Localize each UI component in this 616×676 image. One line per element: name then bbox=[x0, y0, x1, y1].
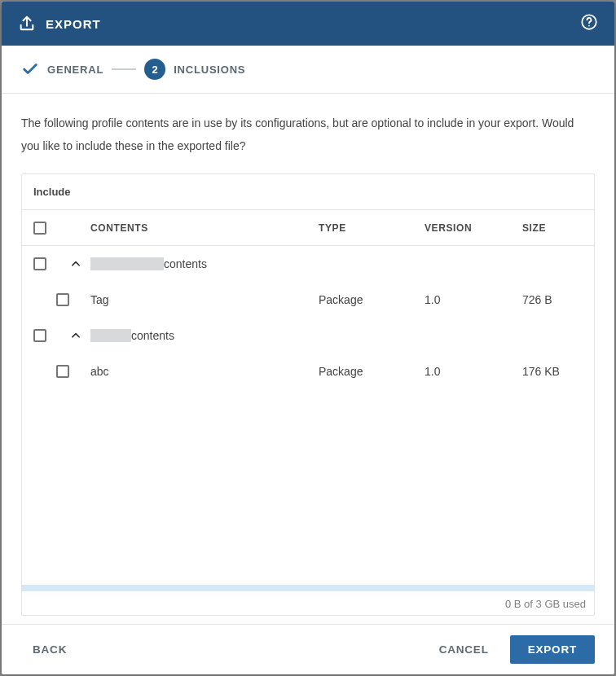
cell-size: 176 KB bbox=[522, 365, 594, 378]
row-checkbox[interactable] bbox=[56, 293, 69, 306]
help-icon[interactable] bbox=[580, 13, 598, 34]
wizard-stepper: GENERAL 2 INCLUSIONS bbox=[2, 46, 614, 94]
redacted-text bbox=[90, 257, 164, 270]
export-icon bbox=[18, 15, 36, 33]
step-connector bbox=[112, 68, 136, 70]
check-icon bbox=[21, 60, 39, 78]
cell-version: 1.0 bbox=[425, 293, 522, 306]
table-body: contents Tag Package 1.0 726 B bbox=[22, 246, 594, 585]
storage-progress bbox=[22, 585, 594, 591]
cell-type: Package bbox=[319, 365, 425, 378]
dialog-header: EXPORT bbox=[2, 2, 614, 46]
col-type: TYPE bbox=[319, 222, 425, 234]
chevron-up-icon[interactable] bbox=[61, 330, 90, 341]
svg-point-1 bbox=[588, 25, 590, 27]
group-checkbox[interactable] bbox=[33, 329, 46, 342]
chevron-up-icon[interactable] bbox=[61, 258, 90, 270]
group-label: contents bbox=[90, 329, 594, 342]
card-title: Include bbox=[22, 174, 594, 210]
dialog-body: The following profile contents are in us… bbox=[2, 94, 614, 624]
table-row: Tag Package 1.0 726 B bbox=[22, 282, 594, 318]
inclusions-card: Include CONTENTS TYPE VERSION SIZE bbox=[21, 173, 595, 616]
cell-version: 1.0 bbox=[425, 365, 522, 378]
step-inclusions[interactable]: 2 INCLUSIONS bbox=[144, 59, 245, 80]
cell-name: abc bbox=[90, 365, 319, 378]
redacted-text bbox=[90, 329, 131, 342]
col-contents: CONTENTS bbox=[90, 222, 319, 234]
row-checkbox[interactable] bbox=[56, 365, 69, 378]
group-checkbox[interactable] bbox=[33, 257, 46, 270]
cell-size: 726 B bbox=[522, 293, 594, 306]
step-label: GENERAL bbox=[47, 64, 103, 76]
step-label: INCLUSIONS bbox=[174, 64, 245, 76]
table-group-row: contents bbox=[22, 318, 594, 353]
cell-type: Package bbox=[319, 293, 425, 306]
table-header-row: CONTENTS TYPE VERSION SIZE bbox=[22, 210, 594, 246]
export-button[interactable]: EXPORT bbox=[510, 635, 595, 664]
back-button[interactable]: BACK bbox=[21, 635, 78, 664]
table-row: abc Package 1.0 176 KB bbox=[22, 353, 594, 389]
group-label-suffix: contents bbox=[164, 257, 207, 270]
cell-name: Tag bbox=[90, 293, 319, 306]
dialog-title: EXPORT bbox=[46, 17, 580, 31]
step-number-badge: 2 bbox=[144, 59, 165, 80]
description-text: The following profile contents are in us… bbox=[21, 112, 595, 157]
table-group-row: contents bbox=[22, 246, 594, 282]
dialog-footer: BACK CANCEL EXPORT bbox=[2, 624, 614, 674]
step-general[interactable]: GENERAL bbox=[21, 60, 103, 78]
group-label-suffix: contents bbox=[131, 329, 174, 342]
export-dialog: EXPORT GENERAL 2 INCLUSIONS The followin… bbox=[2, 2, 614, 674]
col-size: SIZE bbox=[522, 222, 594, 234]
storage-usage-text: 0 B of 3 GB used bbox=[22, 591, 594, 615]
group-label: contents bbox=[90, 257, 594, 270]
cancel-button[interactable]: CANCEL bbox=[428, 635, 500, 664]
col-version: VERSION bbox=[425, 222, 522, 234]
select-all-checkbox[interactable] bbox=[33, 222, 46, 235]
